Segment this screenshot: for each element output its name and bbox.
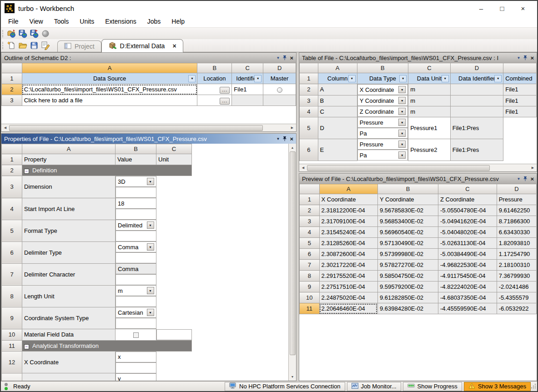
column-cell[interactable]: E: [318, 139, 357, 161]
property-value[interactable]: Delimited▼: [116, 220, 156, 231]
row-number[interactable]: 13: [2, 373, 22, 381]
column-letter[interactable]: A: [22, 144, 116, 154]
collapse-icon[interactable]: −: [24, 344, 29, 349]
property-unit[interactable]: [116, 187, 156, 198]
property-unit[interactable]: [116, 318, 156, 329]
table-horizontal-scrollbar[interactable]: ◀ ▶: [299, 164, 537, 171]
chevron-down-icon[interactable]: ▼: [517, 56, 520, 60]
z-coordinate-cell[interactable]: -4.68037350E-04: [438, 292, 497, 303]
connection-status-icon[interactable]: [40, 29, 51, 39]
chevron-down-icon[interactable]: ▼: [276, 137, 280, 141]
show-messages-button[interactable]: Show 3 Messages: [464, 382, 531, 391]
scroll-left-icon[interactable]: ◀: [299, 164, 307, 172]
column-cell[interactable]: C: [318, 106, 357, 117]
property-unit[interactable]: [116, 231, 156, 241]
open-file-button[interactable]: [17, 40, 28, 50]
close-tab-icon[interactable]: ×: [172, 42, 176, 50]
column-letter[interactable]: B: [377, 184, 438, 194]
y-coordinate-cell[interactable]: 9.63984280E-02: [377, 303, 438, 314]
row-number[interactable]: 11: [2, 340, 22, 351]
y-coordinate-cell[interactable]: 9.56960540E-02: [377, 227, 438, 238]
properties-vertical-scrollbar[interactable]: ▲ ▼: [288, 144, 296, 381]
combined-identifier-cell[interactable]: File1: [503, 95, 537, 106]
resize-grip[interactable]: [531, 383, 536, 390]
menu-file[interactable]: File: [3, 16, 24, 26]
corner-cell[interactable]: [300, 63, 318, 73]
data-unit-cell[interactable]: m: [408, 95, 451, 106]
menu-jobs[interactable]: Jobs: [142, 16, 166, 26]
dropdown-icon[interactable]: ▼: [399, 75, 407, 82]
column-letter[interactable]: D: [263, 63, 296, 73]
pressure-cell[interactable]: 7.36799930: [497, 271, 536, 281]
row-number[interactable]: 3: [300, 95, 318, 106]
pressure-cell[interactable]: 1.17254790: [497, 249, 536, 260]
close-icon[interactable]: ×: [530, 176, 534, 182]
pressure-cell[interactable]: 6.63430330: [497, 227, 536, 238]
identifier-cell[interactable]: [232, 95, 263, 106]
data-identifier-cell[interactable]: [450, 95, 503, 106]
master-cell[interactable]: [263, 84, 296, 95]
close-icon[interactable]: ×: [530, 55, 534, 61]
category-row[interactable]: −Analytical Transformation: [22, 340, 192, 351]
property-unit[interactable]: [116, 362, 156, 373]
dropdown-icon[interactable]: ▼: [254, 75, 261, 82]
pin-icon[interactable]: [523, 55, 527, 60]
corner-cell[interactable]: [2, 144, 22, 154]
property-unit[interactable]: [116, 274, 156, 285]
tab-external-data[interactable]: D:External Data ×: [101, 39, 183, 52]
data-source-cell[interactable]: C:\Local\turbo_files\import_files\WS01_C…: [22, 84, 197, 95]
row-number[interactable]: 11: [300, 303, 320, 314]
x-coordinate-cell[interactable]: 2.24875020E-04: [319, 292, 377, 303]
column-letter[interactable]: [503, 63, 537, 73]
data-type-cell[interactable]: Y Coordinate▼: [357, 95, 408, 106]
repository-send-button[interactable]: [28, 29, 40, 39]
x-coordinate-cell[interactable]: 2.31545240E-04: [319, 227, 377, 238]
row-number[interactable]: 2: [2, 84, 22, 95]
property-value[interactable]: Cartesian▼: [116, 307, 156, 318]
save-as-button[interactable]: [40, 40, 51, 50]
y-coordinate-cell[interactable]: 9.56853400E-02: [377, 216, 438, 227]
show-progress-button[interactable]: Show Progress: [403, 382, 462, 391]
table-column-header[interactable]: Data Type▼: [357, 73, 408, 84]
combined-identifier-cell[interactable]: File1: [503, 106, 537, 117]
data-identifier-cell[interactable]: Pressure2: [408, 139, 451, 161]
row-number[interactable]: 9: [2, 307, 22, 329]
hpc-connection-button[interactable]: No HPC Platform Services Connection: [225, 382, 345, 391]
table-column-header[interactable]: Data Identifier▼: [450, 73, 503, 84]
row-number[interactable]: 3: [2, 95, 22, 106]
row-number[interactable]: 9: [300, 281, 320, 292]
dropdown-icon[interactable]: ▼: [147, 287, 154, 294]
data-source-header[interactable]: Data Source▼: [22, 73, 197, 84]
x-coordinate-cell[interactable]: 2.29175520E-04: [319, 271, 377, 281]
toolbar-drag-handle[interactable]: [2, 42, 3, 49]
row-number[interactable]: 2: [300, 84, 318, 95]
dropdown-icon[interactable]: ▼: [147, 243, 154, 251]
x-coordinate-cell[interactable]: 2.20646460E-04: [319, 303, 377, 314]
z-coordinate-cell[interactable]: -5.04048020E-04: [438, 227, 497, 238]
row-number[interactable]: 5: [300, 238, 320, 249]
chevron-down-icon[interactable]: ▼: [276, 56, 280, 60]
y-coordinate-cell[interactable]: 9.57827270E-02: [377, 260, 438, 271]
y-coordinate-cell[interactable]: 9.57399980E-02: [377, 249, 438, 260]
z-coordinate-cell[interactable]: -5.04941620E-04: [438, 216, 497, 227]
property-value[interactable]: 18: [116, 198, 156, 209]
row-number[interactable]: 2: [300, 205, 320, 216]
row-number[interactable]: 2: [2, 165, 22, 176]
menu-extensions[interactable]: Extensions: [100, 16, 141, 26]
y-coordinate-cell[interactable]: 9.61282850E-02: [377, 292, 438, 303]
data-unit-cell[interactable]: Pa▼: [357, 128, 408, 139]
property-value[interactable]: m▼: [116, 285, 156, 296]
data-identifier-cell[interactable]: Pressure1: [408, 117, 451, 139]
browse-button[interactable]: ...: [220, 87, 230, 94]
property-value[interactable]: y: [116, 373, 156, 381]
row-number[interactable]: 8: [2, 285, 22, 307]
column-letter[interactable]: A: [319, 184, 377, 194]
column-cell[interactable]: D: [318, 117, 357, 139]
dropdown-icon[interactable]: ▼: [398, 86, 406, 93]
z-coordinate-cell[interactable]: -4.91175450E-04: [438, 271, 497, 281]
combined-identifier-cell[interactable]: File1: [503, 84, 537, 95]
job-monitor-button[interactable]: Job Monitor...: [347, 382, 401, 391]
dropdown-icon[interactable]: ▼: [398, 119, 406, 126]
row-number[interactable]: 1: [2, 154, 22, 165]
data-type-cell[interactable]: Pressure▼: [357, 139, 408, 150]
